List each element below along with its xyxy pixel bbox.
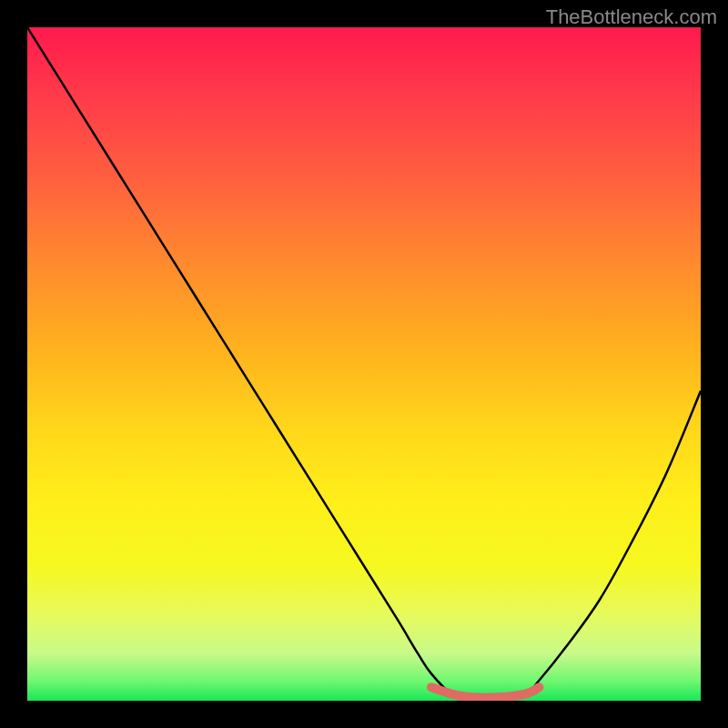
chart-svg [27, 27, 701, 701]
bottleneck-curve-path [27, 27, 701, 701]
watermark-text: TheBottleneck.com [546, 5, 717, 29]
flat-bottom-highlight-path [431, 687, 539, 698]
